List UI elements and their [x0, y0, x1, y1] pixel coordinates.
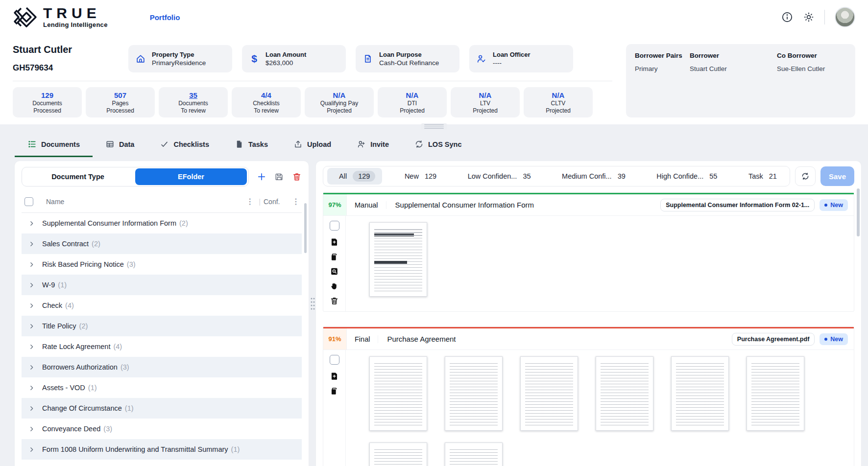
card-tool-column [323, 216, 346, 311]
filter-chip[interactable]: High Confide... 55 [648, 168, 726, 185]
document-icon [362, 53, 373, 64]
stat-value: 507 [114, 91, 126, 99]
document-type-row[interactable]: Conveyance Deed (3) [22, 419, 302, 439]
filter-row: All 129 New 129 Low Confiden... 35 [323, 166, 854, 186]
tab-label: Checklists [173, 140, 209, 148]
page-thumbnail[interactable] [369, 356, 427, 431]
document-type-row[interactable]: Check (4) [22, 295, 302, 316]
toggle-efolder[interactable]: EFolder [135, 168, 247, 185]
info-icon[interactable] [781, 11, 793, 23]
tab-upload[interactable]: Upload [281, 133, 344, 157]
brand-logo[interactable]: TRUE Lending Intelligence [13, 5, 108, 29]
tab-label: Upload [307, 140, 331, 148]
document-type-name: Borrowers Authorization [42, 363, 118, 371]
thumbnail-content [374, 449, 422, 466]
tab-checklists[interactable]: Checklists [147, 133, 222, 157]
save-icon[interactable] [274, 172, 284, 182]
document-type-row[interactable]: Sales Contract (2) [22, 233, 302, 254]
copy-pages-icon[interactable] [330, 252, 339, 261]
document-type-row[interactable]: Rate Lock Agreement (4) [22, 336, 302, 357]
filter-chip[interactable]: Medium Confi... 39 [553, 168, 634, 185]
document-type-count: (3) [103, 425, 112, 433]
document-type-row[interactable]: Supplemental Consumer Information Form (… [22, 213, 302, 233]
filter-chip-count: 129 [353, 171, 375, 182]
tab-tasks[interactable]: Tasks [222, 133, 281, 157]
settings-gear-icon[interactable] [803, 11, 815, 23]
page-thumbnail[interactable] [369, 222, 427, 297]
document-type-row[interactable]: Risk Based Pricing Notice (3) [22, 254, 302, 275]
panel-resize-grip[interactable] [310, 297, 315, 310]
stat-card: N/A Qualifying Pay Projected [305, 87, 374, 117]
new-dot-icon [824, 204, 827, 207]
card-checkbox[interactable] [330, 221, 339, 231]
conf-column-menu-icon[interactable]: ⋮ [290, 197, 302, 206]
column-separator: | [259, 198, 261, 206]
document-type-row[interactable]: Borrowers Authorization (3) [22, 357, 302, 377]
chevron-right-icon [28, 446, 35, 453]
document-type-count: (4) [65, 302, 74, 309]
filter-chip-label: High Confide... [656, 172, 703, 180]
left-panel-scrollbar[interactable] [304, 203, 307, 253]
page-thumbnail[interactable] [445, 356, 503, 431]
page-thumbnail[interactable] [520, 356, 578, 431]
refresh-button[interactable] [795, 166, 816, 186]
confidence-filter-chips: All 129 New 129 Low Confiden... 35 [323, 166, 790, 186]
page-thumbnail[interactable] [671, 356, 729, 431]
tab-los-sync[interactable]: LOS Sync [402, 133, 475, 157]
filter-chip[interactable]: All 129 [327, 168, 382, 185]
save-button[interactable]: Save [820, 166, 854, 186]
stat-label-1: Qualifying Pay [320, 100, 358, 107]
page-thumbnail[interactable] [747, 356, 804, 431]
document-type-name: Check [42, 302, 62, 309]
document-type-row[interactable]: Assets - VOD (1) [22, 377, 302, 398]
filter-chip[interactable]: Task 21 [740, 168, 786, 185]
copy-pages-icon[interactable] [330, 386, 339, 396]
new-status-badge: New [820, 199, 848, 211]
add-page-icon[interactable] [330, 237, 339, 247]
card-label: Loan Purpose [379, 51, 439, 58]
panel-divider [309, 161, 316, 466]
tab-data[interactable]: Data [93, 133, 147, 157]
document-list-header: Name ⋮ | Conf. ⋮ [22, 190, 302, 213]
toggle-document-type[interactable]: Document Type [22, 173, 134, 181]
page-thumbnail[interactable] [369, 443, 427, 466]
header-collapse-handle[interactable] [421, 123, 447, 130]
nav-link-portfolio[interactable]: Portfolio [150, 13, 180, 22]
filter-chip[interactable]: New 129 [396, 168, 445, 185]
add-icon[interactable] [257, 172, 266, 182]
search-document-icon[interactable] [330, 267, 339, 276]
tab-documents[interactable]: Documents [15, 133, 93, 157]
tab-invite[interactable]: Invite [344, 133, 402, 157]
new-badge-label: New [830, 336, 843, 343]
card-value: $263,000 [265, 59, 306, 67]
delete-icon[interactable] [292, 172, 302, 182]
user-avatar[interactable] [835, 7, 855, 27]
file-name-chip[interactable]: Purchase Agreement.pdf [732, 333, 815, 346]
chevron-right-icon [28, 426, 35, 432]
page-thumbnail[interactable] [596, 356, 653, 431]
true-logo-icon [13, 5, 38, 29]
stat-value: 129 [41, 91, 53, 99]
add-page-icon[interactable] [330, 372, 339, 381]
hand-grab-icon[interactable] [330, 281, 339, 291]
trash-icon[interactable] [330, 296, 339, 305]
document-type-row[interactable]: Change Of Circumstance (1) [22, 398, 302, 419]
filter-chip-label: Medium Confi... [562, 172, 612, 180]
select-all-checkbox[interactable] [24, 197, 33, 206]
document-type-row[interactable]: Form 1008 Uniform Underwriting and Trans… [22, 439, 302, 460]
loan-number: GH579634 [13, 63, 128, 73]
filter-chip[interactable]: Low Confiden... 35 [459, 168, 540, 185]
filter-chip-label: New [405, 172, 419, 180]
file-name-chip[interactable]: Supplemental Consumer Information Form 0… [660, 199, 815, 211]
stat-label-1: CLTV [551, 100, 566, 107]
document-type-row[interactable]: Title Policy (2) [22, 316, 302, 336]
loan-purpose-text: Loan Purpose Cash-Out Refinance [379, 51, 439, 67]
card-checkbox[interactable] [330, 355, 339, 365]
document-type-row[interactable]: W-9 (1) [22, 275, 302, 295]
page-thumbnails-area [346, 216, 854, 311]
brand-name: TRUE [43, 6, 108, 21]
dollar-icon: $ [249, 53, 260, 65]
name-column-menu-icon[interactable]: ⋮ [244, 197, 256, 206]
page-thumbnail[interactable] [445, 443, 503, 466]
right-panel-scrollbar[interactable] [857, 188, 860, 236]
